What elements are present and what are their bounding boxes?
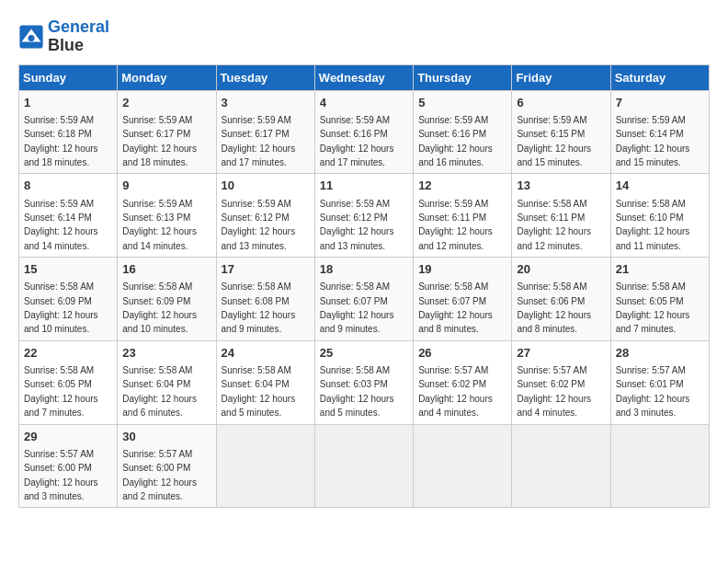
week-row-3: 15 Sunrise: 5:58 AMSunset: 6:09 PMDaylig… [19,258,710,341]
day-detail: Sunrise: 5:58 AMSunset: 6:05 PMDaylight:… [616,282,690,334]
day-number: 26 [418,345,506,362]
day-number: 10 [222,178,310,194]
calendar-cell [414,424,512,508]
calendar-cell: 17 Sunrise: 5:58 AMSunset: 6:08 PMDaylig… [216,258,314,341]
calendar-cell: 3 Sunrise: 5:59 AMSunset: 6:17 PMDayligh… [216,90,314,174]
calendar-cell: 29 Sunrise: 5:57 AMSunset: 6:00 PMDaylig… [19,424,118,508]
day-number: 2 [122,95,210,111]
calendar-cell: 10 Sunrise: 5:59 AMSunset: 6:12 PMDaylig… [216,174,314,258]
day-number: 15 [24,261,112,278]
logo: GeneralBlue [18,18,109,55]
day-number: 11 [320,178,408,194]
day-number: 20 [517,261,605,278]
calendar-cell: 26 Sunrise: 5:57 AMSunset: 6:02 PMDaylig… [414,340,512,424]
week-row-4: 22 Sunrise: 5:58 AMSunset: 6:05 PMDaylig… [19,340,710,424]
week-row-2: 8 Sunrise: 5:59 AMSunset: 6:14 PMDayligh… [19,174,710,258]
calendar-cell: 5 Sunrise: 5:59 AMSunset: 6:16 PMDayligh… [414,90,512,174]
week-row-1: 1 Sunrise: 5:59 AMSunset: 6:18 PMDayligh… [19,90,710,174]
header-monday: Monday [118,64,216,90]
day-detail: Sunrise: 5:57 AMSunset: 6:02 PMDaylight:… [517,365,591,418]
calendar-cell: 21 Sunrise: 5:58 AMSunset: 6:05 PMDaylig… [610,258,709,341]
day-number: 24 [222,345,310,362]
calendar-cell: 6 Sunrise: 5:59 AMSunset: 6:15 PMDayligh… [512,90,610,174]
day-number: 17 [222,261,310,278]
calendar-cell: 16 Sunrise: 5:58 AMSunset: 6:09 PMDaylig… [118,258,216,341]
day-number: 14 [616,178,704,194]
day-number: 28 [616,345,704,362]
day-detail: Sunrise: 5:58 AMSunset: 6:08 PMDaylight:… [222,282,296,334]
day-number: 23 [122,345,210,362]
header-tuesday: Tuesday [216,64,314,90]
day-detail: Sunrise: 5:57 AMSunset: 6:00 PMDaylight:… [122,449,197,501]
day-number: 29 [24,429,112,445]
day-detail: Sunrise: 5:58 AMSunset: 6:03 PMDaylight:… [320,365,394,418]
day-number: 22 [24,345,112,362]
svg-point-2 [28,35,35,41]
day-number: 7 [616,95,704,111]
calendar-cell: 24 Sunrise: 5:58 AMSunset: 6:04 PMDaylig… [216,340,314,424]
day-detail: Sunrise: 5:58 AMSunset: 6:05 PMDaylight:… [24,365,98,418]
day-number: 27 [517,345,605,362]
day-number: 25 [320,345,408,362]
calendar-cell: 12 Sunrise: 5:59 AMSunset: 6:11 PMDaylig… [414,174,512,258]
day-detail: Sunrise: 5:59 AMSunset: 6:14 PMDaylight:… [24,199,98,251]
header-sunday: Sunday [19,64,118,90]
header-saturday: Saturday [610,64,709,90]
day-detail: Sunrise: 5:59 AMSunset: 6:12 PMDaylight:… [222,199,296,251]
day-detail: Sunrise: 5:59 AMSunset: 6:17 PMDaylight:… [122,115,197,167]
day-detail: Sunrise: 5:59 AMSunset: 6:12 PMDaylight:… [320,199,394,251]
day-detail: Sunrise: 5:57 AMSunset: 6:00 PMDaylight:… [24,449,98,501]
day-number: 3 [222,95,310,111]
day-number: 19 [418,261,506,278]
header-thursday: Thursday [414,64,512,90]
day-number: 30 [122,429,210,445]
calendar-cell: 25 Sunrise: 5:58 AMSunset: 6:03 PMDaylig… [314,340,413,424]
day-detail: Sunrise: 5:58 AMSunset: 6:07 PMDaylight:… [320,282,394,334]
day-number: 12 [418,178,506,194]
calendar-cell [216,424,314,508]
header-friday: Friday [512,64,610,90]
day-number: 6 [517,95,605,111]
calendar-cell: 8 Sunrise: 5:59 AMSunset: 6:14 PMDayligh… [19,174,118,258]
day-number: 21 [616,261,704,278]
day-detail: Sunrise: 5:58 AMSunset: 6:09 PMDaylight:… [122,282,197,334]
day-detail: Sunrise: 5:57 AMSunset: 6:02 PMDaylight:… [418,365,493,418]
calendar-cell: 14 Sunrise: 5:58 AMSunset: 6:10 PMDaylig… [610,174,709,258]
week-row-5: 29 Sunrise: 5:57 AMSunset: 6:00 PMDaylig… [19,424,710,508]
calendar-cell: 1 Sunrise: 5:59 AMSunset: 6:18 PMDayligh… [19,90,118,174]
page-header: GeneralBlue [18,18,710,55]
day-detail: Sunrise: 5:59 AMSunset: 6:13 PMDaylight:… [122,199,197,251]
day-detail: Sunrise: 5:59 AMSunset: 6:11 PMDaylight:… [418,199,493,251]
calendar-cell: 4 Sunrise: 5:59 AMSunset: 6:16 PMDayligh… [314,90,413,174]
day-detail: Sunrise: 5:59 AMSunset: 6:16 PMDaylight:… [418,115,493,167]
logo-icon [18,24,44,50]
day-detail: Sunrise: 5:58 AMSunset: 6:09 PMDaylight:… [24,282,98,334]
day-detail: Sunrise: 5:58 AMSunset: 6:04 PMDaylight:… [222,365,296,418]
day-detail: Sunrise: 5:59 AMSunset: 6:14 PMDaylight:… [616,115,690,167]
day-number: 16 [122,261,210,278]
day-number: 9 [122,178,210,194]
day-number: 8 [24,178,112,194]
calendar-cell: 11 Sunrise: 5:59 AMSunset: 6:12 PMDaylig… [314,174,413,258]
header-row: SundayMondayTuesdayWednesdayThursdayFrid… [19,64,710,90]
header-wednesday: Wednesday [314,64,413,90]
calendar-cell: 28 Sunrise: 5:57 AMSunset: 6:01 PMDaylig… [610,340,709,424]
calendar-cell: 20 Sunrise: 5:58 AMSunset: 6:06 PMDaylig… [512,258,610,341]
logo-text: GeneralBlue [48,18,109,55]
day-number: 1 [24,95,112,111]
calendar-cell: 7 Sunrise: 5:59 AMSunset: 6:14 PMDayligh… [610,90,709,174]
day-detail: Sunrise: 5:59 AMSunset: 6:17 PMDaylight:… [222,115,296,167]
day-detail: Sunrise: 5:59 AMSunset: 6:18 PMDaylight:… [24,115,98,167]
calendar-cell: 2 Sunrise: 5:59 AMSunset: 6:17 PMDayligh… [118,90,216,174]
day-detail: Sunrise: 5:58 AMSunset: 6:11 PMDaylight:… [517,199,591,251]
day-detail: Sunrise: 5:58 AMSunset: 6:10 PMDaylight:… [616,199,690,251]
day-detail: Sunrise: 5:59 AMSunset: 6:16 PMDaylight:… [320,115,394,167]
calendar-cell: 18 Sunrise: 5:58 AMSunset: 6:07 PMDaylig… [314,258,413,341]
calendar-table: SundayMondayTuesdayWednesdayThursdayFrid… [18,64,710,509]
calendar-cell: 9 Sunrise: 5:59 AMSunset: 6:13 PMDayligh… [118,174,216,258]
day-detail: Sunrise: 5:57 AMSunset: 6:01 PMDaylight:… [616,365,690,418]
day-detail: Sunrise: 5:58 AMSunset: 6:07 PMDaylight:… [418,282,493,334]
calendar-cell: 27 Sunrise: 5:57 AMSunset: 6:02 PMDaylig… [512,340,610,424]
day-number: 4 [320,95,408,111]
day-detail: Sunrise: 5:59 AMSunset: 6:15 PMDaylight:… [517,115,591,167]
